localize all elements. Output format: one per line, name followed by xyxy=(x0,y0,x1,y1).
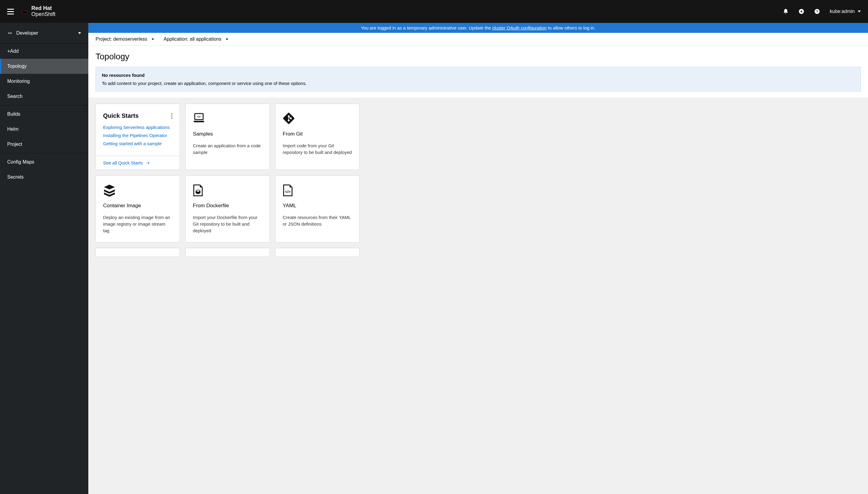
card-from-git[interactable]: From Git Import code from your Git repos… xyxy=(275,103,359,170)
header-right: ? kube:admin xyxy=(783,8,861,15)
nav-item-add[interactable]: +Add xyxy=(0,44,88,59)
caret-down-icon xyxy=(226,39,228,40)
git-icon xyxy=(283,112,352,126)
empty-state-box: No resources found To add content to you… xyxy=(95,67,861,92)
card-desc: Import code from your Git repository to … xyxy=(283,142,352,156)
bell-icon[interactable] xyxy=(783,8,789,15)
oauth-banner: You are logged in as a temporary adminis… xyxy=(88,23,868,33)
application-label: Application: all applications xyxy=(164,36,222,42)
info-text: To add content to your project, create a… xyxy=(102,81,854,86)
kebab-icon[interactable] xyxy=(171,113,172,119)
card-placeholder[interactable] xyxy=(185,248,270,257)
card-from-dockerfile[interactable]: From Dockerfile Import your Dockerfile f… xyxy=(185,175,270,243)
card-container-image[interactable]: Container Image Deploy an existing image… xyxy=(95,175,180,243)
perspective-switcher[interactable]: Developer xyxy=(0,23,88,44)
page-title: Topology xyxy=(95,52,861,61)
menu-toggle-button[interactable] xyxy=(7,9,14,15)
card-placeholder[interactable] xyxy=(275,248,359,257)
svg-point-5 xyxy=(171,115,172,117)
laptop-code-icon: <> xyxy=(193,112,262,126)
file-cube-icon xyxy=(193,184,262,197)
nav-item-secrets[interactable]: Secrets xyxy=(0,170,88,185)
card-samples[interactable]: <> Samples Create an application from a … xyxy=(185,103,270,170)
header-left: Red Hat OpenShift xyxy=(7,5,55,17)
quick-starts-card: Quick Starts Exploring Serverless applic… xyxy=(95,103,180,170)
nav-item-configmaps[interactable]: Config Maps xyxy=(0,154,88,170)
qs-link-pipelines[interactable]: Installing the Pipelines Operator xyxy=(103,133,172,138)
nav-item-topology[interactable]: Topology xyxy=(0,59,88,74)
qs-link-serverless[interactable]: Exploring Serverless applications xyxy=(103,125,172,130)
banner-text: You are logged in as a temporary adminis… xyxy=(361,25,492,31)
card-desc: Deploy an existing image from an image r… xyxy=(103,214,172,234)
context-toolbar: Project: demoserverless Application: all… xyxy=(88,33,868,46)
code-icon xyxy=(7,31,13,36)
card-desc: Create an application from a code sample xyxy=(193,142,262,156)
info-title: No resources found xyxy=(102,73,854,78)
see-all-quick-starts-link[interactable]: See all Quick Starts xyxy=(103,160,172,165)
file-code-icon: </> xyxy=(283,184,352,197)
caret-down-icon xyxy=(152,39,154,40)
card-desc: Import your Dockerfile from your Git rep… xyxy=(193,214,262,234)
nav-item-monitoring[interactable]: Monitoring xyxy=(0,74,88,89)
perspective-label: Developer xyxy=(16,31,38,36)
application-selector[interactable]: Application: all applications xyxy=(164,36,228,42)
card-yaml[interactable]: </> YAML Create resources from their YAM… xyxy=(275,175,359,243)
brand-logo[interactable]: Red Hat OpenShift xyxy=(21,5,55,17)
nav-divider xyxy=(0,105,88,106)
nav-item-project[interactable]: Project xyxy=(0,137,88,152)
svg-point-0 xyxy=(22,11,28,14)
caret-down-icon xyxy=(78,32,81,34)
plus-circle-icon[interactable] xyxy=(798,8,805,15)
page-header-section: Topology No resources found To add conte… xyxy=(88,46,868,98)
nav-item-search[interactable]: Search xyxy=(0,89,88,104)
card-title: Samples xyxy=(193,131,262,137)
card-desc: Create resources from their YAML or JSON… xyxy=(283,214,352,227)
svg-point-6 xyxy=(171,117,172,119)
card-title: From Git xyxy=(283,131,352,137)
nav-item-helm[interactable]: Helm xyxy=(0,122,88,137)
sidebar: Developer +Add Topology Monitoring Searc… xyxy=(0,23,88,494)
user-menu[interactable]: kube:admin xyxy=(830,9,861,14)
card-title: YAML xyxy=(283,203,352,209)
nav-divider xyxy=(0,153,88,153)
stack-icon xyxy=(103,184,172,197)
cards-grid: Quick Starts Exploring Serverless applic… xyxy=(88,98,868,268)
arrow-right-icon xyxy=(146,161,150,165)
nav-item-builds[interactable]: Builds xyxy=(0,107,88,122)
svg-text:?: ? xyxy=(816,10,818,13)
qs-link-sample[interactable]: Getting started with a sample xyxy=(103,141,172,146)
svg-point-4 xyxy=(171,113,172,114)
header-bar: Red Hat OpenShift ? kube:admin xyxy=(0,0,868,23)
quick-starts-title: Quick Starts xyxy=(103,112,138,119)
banner-text: to allow others to log in. xyxy=(547,25,595,31)
user-name: kube:admin xyxy=(830,9,855,14)
card-title: From Dockerfile xyxy=(193,203,262,209)
brand-text: Red Hat OpenShift xyxy=(31,5,55,17)
redhat-fedora-icon xyxy=(21,9,28,14)
card-title: Container Image xyxy=(103,203,172,209)
caret-down-icon xyxy=(858,11,861,12)
svg-text:</>: </> xyxy=(285,189,291,194)
project-label: Project: demoserverless xyxy=(95,36,147,42)
help-icon[interactable]: ? xyxy=(814,8,820,15)
oauth-config-link[interactable]: cluster OAuth configuration xyxy=(492,25,547,31)
content-area: You are logged in as a temporary adminis… xyxy=(88,23,868,494)
svg-text:<>: <> xyxy=(197,115,201,118)
project-selector[interactable]: Project: demoserverless xyxy=(95,36,154,42)
card-placeholder[interactable] xyxy=(95,248,180,257)
